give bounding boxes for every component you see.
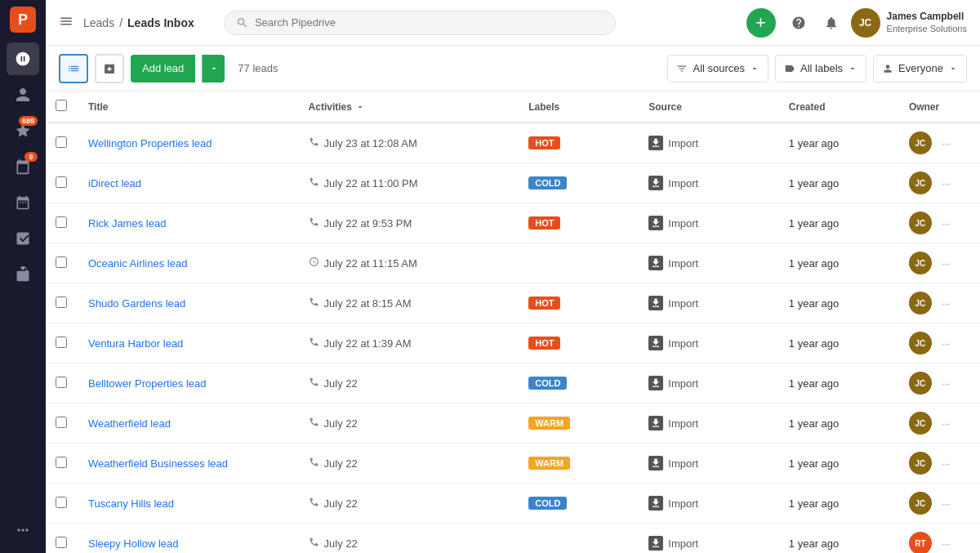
sidebar-item-deals[interactable]: 689 bbox=[7, 114, 39, 147]
calendar-badge: 9 bbox=[24, 152, 38, 162]
row-checkbox-cell[interactable] bbox=[46, 283, 78, 323]
row-more-button[interactable]: ··· bbox=[937, 416, 956, 431]
row-more-button[interactable]: ··· bbox=[937, 256, 956, 271]
row-activity: July 22 bbox=[299, 524, 519, 554]
menu-toggle-icon[interactable] bbox=[59, 14, 74, 31]
table-row[interactable]: Oceanic Airlines lead July 22 at 11:15 A… bbox=[46, 243, 980, 283]
search-bar[interactable] bbox=[224, 11, 616, 35]
row-title[interactable]: Tuscany Hills lead bbox=[78, 484, 299, 524]
row-more-button[interactable]: ··· bbox=[937, 536, 956, 551]
breadcrumb-parent[interactable]: Leads bbox=[83, 16, 114, 29]
label-badge: WARM bbox=[528, 417, 570, 430]
row-checkbox-cell[interactable] bbox=[46, 163, 78, 203]
row-title[interactable]: Ventura Harbor lead bbox=[78, 323, 299, 363]
row-more-button[interactable]: ··· bbox=[937, 456, 956, 471]
source-text: Import bbox=[668, 337, 698, 350]
row-checkbox-cell[interactable] bbox=[46, 444, 78, 484]
table-row[interactable]: iDirect lead July 22 at 11:00 PM COLD Im… bbox=[46, 163, 980, 203]
row-more-button[interactable]: ··· bbox=[937, 376, 956, 391]
table-row[interactable]: Weatherfield lead July 22 WARM Import 1 … bbox=[46, 404, 980, 444]
archive-view-button[interactable] bbox=[95, 54, 124, 83]
activities-header[interactable]: Activities bbox=[299, 91, 519, 123]
table-row[interactable]: Belltower Properties lead July 22 COLD I… bbox=[46, 363, 980, 404]
row-owner: JC ··· bbox=[899, 243, 980, 283]
sources-filter-button[interactable]: All sources bbox=[667, 55, 768, 83]
row-checkbox[interactable] bbox=[56, 176, 67, 188]
owner-avatar: JC bbox=[909, 332, 932, 355]
row-checkbox-cell[interactable] bbox=[46, 524, 78, 554]
activity-icon bbox=[309, 537, 319, 550]
row-owner: JC ··· bbox=[899, 203, 980, 243]
row-checkbox[interactable] bbox=[56, 377, 67, 388]
row-checkbox-cell[interactable] bbox=[46, 484, 78, 524]
row-label bbox=[519, 243, 639, 283]
sidebar-item-leads[interactable] bbox=[7, 42, 39, 75]
row-checkbox[interactable] bbox=[56, 457, 67, 468]
row-checkbox[interactable] bbox=[56, 297, 67, 308]
row-checkbox-cell[interactable] bbox=[46, 243, 78, 283]
row-more-button[interactable]: ··· bbox=[937, 216, 956, 231]
row-checkbox[interactable] bbox=[56, 216, 67, 228]
row-checkbox-cell[interactable] bbox=[46, 363, 78, 404]
row-more-button[interactable]: ··· bbox=[937, 496, 956, 511]
row-owner: JC ··· bbox=[899, 484, 980, 524]
row-checkbox[interactable] bbox=[56, 497, 67, 508]
table-row[interactable]: Wellington Properties lead July 23 at 12… bbox=[46, 123, 980, 163]
avatar[interactable]: JC bbox=[851, 8, 880, 38]
table-row[interactable]: Tuscany Hills lead July 22 COLD Import 1… bbox=[46, 484, 980, 524]
help-icon[interactable] bbox=[786, 10, 812, 36]
row-activity: July 23 at 12:08 AM bbox=[299, 123, 519, 163]
add-lead-button[interactable]: Add lead bbox=[131, 55, 195, 83]
row-more-button[interactable]: ··· bbox=[937, 176, 956, 191]
sidebar-item-activities[interactable] bbox=[7, 186, 39, 219]
title-header[interactable]: Title bbox=[78, 91, 299, 123]
select-all-checkbox[interactable] bbox=[56, 100, 67, 111]
table-row[interactable]: Rick James lead July 22 at 9:53 PM HOT I… bbox=[46, 203, 980, 243]
row-title[interactable]: Sleepy Hollow lead bbox=[78, 524, 299, 554]
breadcrumb-current: Leads Inbox bbox=[127, 16, 194, 29]
row-checkbox-cell[interactable] bbox=[46, 323, 78, 363]
sidebar-item-calendar[interactable]: 9 bbox=[7, 150, 39, 183]
row-checkbox[interactable] bbox=[56, 136, 67, 148]
owner-avatar: JC bbox=[909, 172, 932, 194]
add-button[interactable]: + bbox=[746, 8, 776, 38]
row-title[interactable]: Weatherfield Businesses lead bbox=[78, 444, 299, 484]
table-row[interactable]: Sleepy Hollow lead July 22 Import 1 year… bbox=[46, 524, 980, 554]
table-row[interactable]: Shudo Gardens lead July 22 at 8:15 AM HO… bbox=[46, 283, 980, 323]
row-title[interactable]: Rick James lead bbox=[78, 203, 299, 243]
labels-filter-button[interactable]: All labels bbox=[775, 55, 866, 83]
app-logo[interactable]: P bbox=[10, 7, 36, 33]
row-checkbox[interactable] bbox=[56, 537, 67, 548]
sidebar-item-contacts[interactable] bbox=[7, 78, 39, 111]
row-checkbox-cell[interactable] bbox=[46, 123, 78, 163]
row-checkbox[interactable] bbox=[56, 417, 67, 428]
row-title[interactable]: iDirect lead bbox=[78, 163, 299, 203]
source-icon bbox=[648, 376, 663, 390]
notifications-icon[interactable] bbox=[818, 10, 844, 36]
sidebar-item-insights[interactable] bbox=[7, 222, 39, 255]
row-title[interactable]: Weatherfield lead bbox=[78, 404, 299, 444]
row-checkbox-cell[interactable] bbox=[46, 404, 78, 444]
row-title[interactable]: Belltower Properties lead bbox=[78, 363, 299, 404]
source-icon bbox=[648, 456, 663, 470]
row-title[interactable]: Oceanic Airlines lead bbox=[78, 243, 299, 283]
list-view-button[interactable] bbox=[59, 54, 88, 83]
search-input[interactable] bbox=[255, 16, 604, 29]
select-all-header[interactable] bbox=[46, 91, 78, 123]
row-checkbox[interactable] bbox=[56, 256, 67, 268]
row-more-button[interactable]: ··· bbox=[937, 336, 956, 351]
row-more-button[interactable]: ··· bbox=[937, 136, 956, 151]
row-title[interactable]: Shudo Gardens lead bbox=[78, 283, 299, 323]
row-title[interactable]: Wellington Properties lead bbox=[78, 123, 299, 163]
add-lead-dropdown-button[interactable] bbox=[202, 55, 225, 83]
row-checkbox[interactable] bbox=[56, 337, 67, 348]
row-label: COLD bbox=[519, 363, 639, 404]
table-row[interactable]: Ventura Harbor lead July 22 at 1:39 AM H… bbox=[46, 323, 980, 363]
owner-filter-button[interactable]: Everyone bbox=[873, 55, 967, 83]
sidebar-item-more[interactable] bbox=[7, 514, 39, 546]
label-badge: HOT bbox=[528, 337, 560, 350]
table-row[interactable]: Weatherfield Businesses lead July 22 WAR… bbox=[46, 444, 980, 484]
row-more-button[interactable]: ··· bbox=[937, 296, 956, 311]
row-checkbox-cell[interactable] bbox=[46, 203, 78, 243]
sidebar-item-projects[interactable] bbox=[7, 258, 39, 291]
